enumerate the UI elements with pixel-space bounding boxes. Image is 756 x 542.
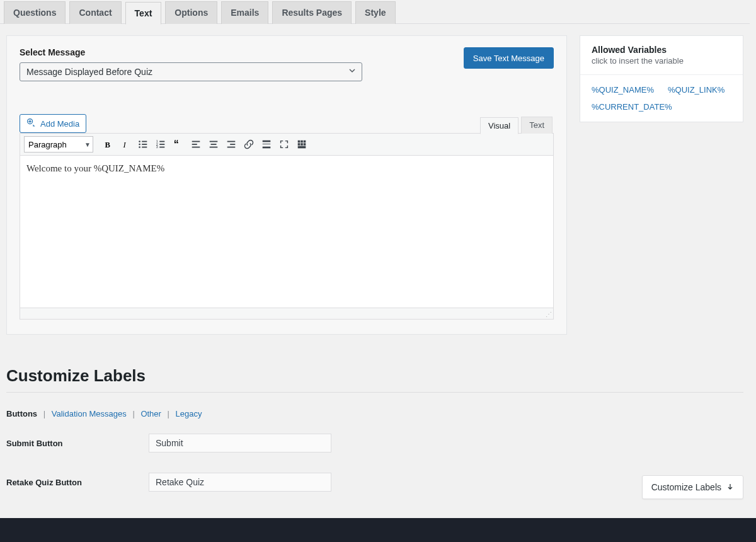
editor-statusbar: ⋰ — [20, 308, 553, 319]
svg-rect-22 — [227, 141, 236, 142]
blockquote-icon[interactable]: “ — [170, 136, 186, 153]
svg-point-5 — [139, 146, 140, 148]
submit-button-label: Submit Button — [6, 439, 149, 448]
fullscreen-icon[interactable] — [276, 136, 292, 153]
divider — [6, 392, 743, 393]
media-icon — [26, 118, 37, 130]
save-text-message-button[interactable]: Save Text Message — [464, 47, 554, 69]
footer-bar — [0, 518, 756, 542]
fab-label: Customize Labels — [651, 482, 721, 492]
svg-rect-32 — [301, 143, 303, 146]
align-center-icon[interactable] — [205, 136, 222, 153]
read-more-icon[interactable] — [258, 136, 275, 153]
svg-rect-13 — [159, 144, 164, 145]
customize-labels-fab[interactable]: Customize Labels — [642, 475, 743, 499]
svg-text:3: 3 — [156, 145, 158, 149]
allowed-variables-title: Allowed Variables — [592, 45, 731, 55]
svg-rect-31 — [298, 143, 301, 146]
svg-point-3 — [139, 141, 140, 142]
svg-rect-16 — [192, 141, 200, 142]
italic-icon[interactable]: I — [117, 136, 134, 153]
svg-rect-18 — [192, 147, 200, 148]
svg-text:“: “ — [174, 139, 179, 149]
svg-rect-27 — [263, 147, 271, 149]
svg-rect-14 — [159, 147, 164, 148]
svg-rect-30 — [304, 141, 306, 143]
svg-rect-34 — [298, 146, 306, 149]
allowed-variables-subtitle: click to insert the variable — [592, 56, 731, 66]
toolbar-toggle-icon[interactable] — [294, 136, 310, 153]
bullet-list-icon[interactable] — [135, 136, 151, 153]
select-message-dropdown[interactable]: Message Displayed Before Quiz — [20, 62, 362, 81]
subnav-buttons[interactable]: Buttons — [6, 409, 37, 418]
svg-rect-33 — [304, 143, 306, 146]
svg-rect-6 — [142, 141, 147, 142]
editor-content[interactable]: Welcome to your %QUIZ_NAME% — [20, 156, 553, 308]
subnav-other[interactable]: Other — [140, 409, 161, 418]
format-select[interactable]: Paragraph — [24, 136, 93, 153]
svg-rect-20 — [211, 144, 217, 145]
retake-button-input[interactable] — [149, 473, 331, 492]
tab-options[interactable]: Options — [165, 1, 217, 24]
editor-tab-visual[interactable]: Visual — [480, 117, 518, 134]
tab-emails[interactable]: Emails — [221, 1, 268, 24]
svg-rect-17 — [192, 144, 197, 145]
variable-quiz-name[interactable]: %QUIZ_NAME% — [592, 85, 654, 95]
svg-text:I: I — [122, 141, 126, 149]
numbered-list-icon[interactable]: 123 — [152, 136, 169, 153]
bold-icon[interactable]: B — [100, 136, 116, 153]
tab-results-pages[interactable]: Results Pages — [272, 1, 352, 24]
customize-labels-heading: Customize Labels — [6, 366, 743, 386]
variable-current-date[interactable]: %CURRENT_DATE% — [592, 102, 672, 112]
main-tabstrip: Questions Contact Text Options Emails Re… — [0, 0, 750, 24]
align-left-icon[interactable] — [188, 136, 204, 153]
editor-tab-text[interactable]: Text — [521, 117, 553, 134]
subnav-validation-messages[interactable]: Validation Messages — [52, 409, 127, 418]
tab-style[interactable]: Style — [355, 1, 395, 24]
arrow-down-icon — [726, 482, 734, 492]
svg-rect-25 — [263, 141, 271, 142]
svg-rect-21 — [210, 147, 218, 148]
align-right-icon[interactable] — [223, 136, 239, 153]
svg-point-4 — [139, 144, 140, 146]
labels-subnav: Buttons | Validation Messages | Other | … — [6, 409, 743, 418]
allowed-variables-card: Allowed Variables click to insert the va… — [580, 35, 743, 122]
tab-text[interactable]: Text — [125, 2, 162, 25]
svg-rect-28 — [298, 141, 301, 143]
tab-questions[interactable]: Questions — [4, 1, 66, 24]
svg-rect-8 — [142, 147, 147, 148]
retake-button-label: Retake Quiz Button — [6, 478, 149, 487]
link-icon[interactable] — [241, 136, 257, 153]
svg-rect-26 — [263, 144, 271, 144]
subnav-legacy[interactable]: Legacy — [176, 409, 202, 418]
add-media-label: Add Media — [40, 119, 79, 129]
svg-rect-7 — [142, 144, 147, 145]
svg-rect-29 — [301, 141, 303, 143]
resize-grip-icon[interactable]: ⋰ — [546, 311, 552, 318]
tab-contact[interactable]: Contact — [69, 1, 121, 24]
variable-quiz-link[interactable]: %QUIZ_LINK% — [668, 85, 724, 95]
select-message-label: Select Message — [20, 47, 362, 57]
editor-toolbar: Paragraph ▼ B I 123 “ — [20, 134, 553, 156]
svg-rect-12 — [159, 141, 164, 142]
text-message-card: Select Message Message Displayed Before … — [6, 35, 567, 335]
svg-text:B: B — [105, 141, 111, 149]
add-media-button[interactable]: Add Media — [20, 114, 86, 133]
submit-button-input[interactable] — [149, 434, 331, 453]
svg-rect-23 — [230, 144, 235, 145]
svg-rect-24 — [227, 147, 236, 148]
svg-rect-19 — [210, 141, 218, 142]
